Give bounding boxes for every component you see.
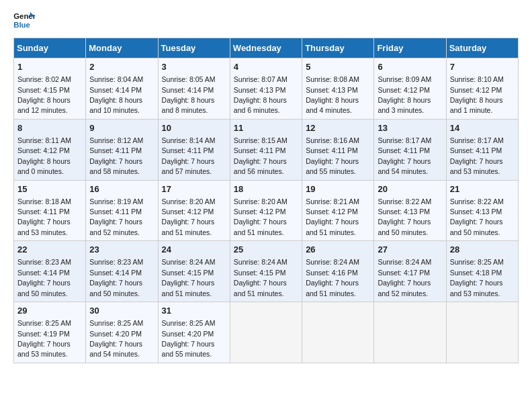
calendar-day-cell: 7 Sunrise: 8:10 AMSunset: 4:12 PMDayligh… — [446, 58, 518, 120]
day-of-week-header: Monday — [86, 38, 158, 58]
day-of-week-header: Friday — [374, 38, 446, 58]
day-number: 11 — [234, 122, 298, 134]
cell-info: Sunrise: 8:24 AMSunset: 4:17 PMDaylight:… — [378, 258, 431, 297]
calendar-week-row: 22 Sunrise: 8:23 AMSunset: 4:14 PMDaylig… — [14, 241, 519, 302]
day-number: 8 — [17, 122, 82, 134]
day-of-week-header: Saturday — [446, 38, 518, 58]
page-header: General Blue — [13, 11, 519, 30]
calendar-day-cell: 18 Sunrise: 8:20 AMSunset: 4:12 PMDaylig… — [230, 180, 302, 241]
calendar-day-cell: 9 Sunrise: 8:12 AMSunset: 4:11 PMDayligh… — [86, 119, 158, 180]
day-number: 14 — [450, 122, 515, 134]
day-of-week-header: Sunday — [14, 38, 86, 58]
calendar-day-cell: 19 Sunrise: 8:21 AMSunset: 4:12 PMDaylig… — [302, 180, 374, 241]
day-number: 5 — [306, 61, 370, 73]
day-of-week-header: Wednesday — [230, 38, 302, 58]
cell-info: Sunrise: 8:21 AMSunset: 4:12 PMDaylight:… — [306, 197, 359, 236]
day-number: 21 — [450, 183, 515, 195]
calendar-day-cell: 23 Sunrise: 8:23 AMSunset: 4:14 PMDaylig… — [86, 241, 158, 302]
calendar-week-row: 29 Sunrise: 8:25 AMSunset: 4:19 PMDaylig… — [14, 302, 519, 363]
calendar-day-cell: 1 Sunrise: 8:02 AMSunset: 4:15 PMDayligh… — [14, 58, 86, 120]
cell-info: Sunrise: 8:19 AMSunset: 4:11 PMDaylight:… — [89, 197, 143, 236]
cell-info: Sunrise: 8:02 AMSunset: 4:15 PMDaylight:… — [17, 75, 71, 114]
calendar-day-cell: 16 Sunrise: 8:19 AMSunset: 4:11 PMDaylig… — [86, 180, 158, 241]
calendar-day-cell: 28 Sunrise: 8:25 AMSunset: 4:18 PMDaylig… — [446, 241, 518, 302]
calendar-day-cell: 11 Sunrise: 8:15 AMSunset: 4:11 PMDaylig… — [230, 119, 302, 180]
calendar-day-cell: 24 Sunrise: 8:24 AMSunset: 4:15 PMDaylig… — [158, 241, 230, 302]
day-number: 28 — [450, 244, 515, 256]
cell-info: Sunrise: 8:24 AMSunset: 4:15 PMDaylight:… — [162, 258, 216, 297]
day-number: 2 — [89, 61, 154, 73]
day-number: 31 — [162, 305, 226, 317]
cell-info: Sunrise: 8:17 AMSunset: 4:11 PMDaylight:… — [450, 136, 504, 175]
calendar-day-cell: 12 Sunrise: 8:16 AMSunset: 4:11 PMDaylig… — [302, 119, 374, 180]
calendar-day-cell: 10 Sunrise: 8:14 AMSunset: 4:11 PMDaylig… — [158, 119, 230, 180]
cell-info: Sunrise: 8:18 AMSunset: 4:11 PMDaylight:… — [17, 197, 71, 236]
day-number: 3 — [162, 61, 226, 73]
svg-text:Blue: Blue — [13, 21, 30, 29]
calendar-day-cell: 3 Sunrise: 8:05 AMSunset: 4:14 PMDayligh… — [158, 58, 230, 120]
day-number: 20 — [378, 183, 442, 195]
day-number: 4 — [234, 61, 298, 73]
cell-info: Sunrise: 8:12 AMSunset: 4:11 PMDaylight:… — [89, 136, 143, 175]
calendar-week-row: 15 Sunrise: 8:18 AMSunset: 4:11 PMDaylig… — [14, 180, 519, 241]
calendar-day-cell: 13 Sunrise: 8:17 AMSunset: 4:11 PMDaylig… — [374, 119, 446, 180]
calendar-table: SundayMondayTuesdayWednesdayThursdayFrid… — [13, 38, 519, 363]
day-of-week-header: Thursday — [302, 38, 374, 58]
calendar-day-cell — [230, 302, 302, 363]
day-number: 19 — [306, 183, 370, 195]
calendar-day-cell: 8 Sunrise: 8:11 AMSunset: 4:12 PMDayligh… — [14, 119, 86, 180]
cell-info: Sunrise: 8:04 AMSunset: 4:14 PMDaylight:… — [89, 75, 143, 114]
day-number: 26 — [306, 244, 370, 256]
day-number: 18 — [234, 183, 298, 195]
cell-info: Sunrise: 8:23 AMSunset: 4:14 PMDaylight:… — [89, 258, 143, 297]
day-number: 27 — [378, 244, 442, 256]
day-number: 7 — [450, 61, 515, 73]
cell-info: Sunrise: 8:25 AMSunset: 4:18 PMDaylight:… — [450, 258, 504, 297]
cell-info: Sunrise: 8:25 AMSunset: 4:20 PMDaylight:… — [89, 319, 143, 358]
day-number: 1 — [17, 61, 82, 73]
cell-info: Sunrise: 8:07 AMSunset: 4:13 PMDaylight:… — [234, 75, 287, 114]
calendar-day-cell: 26 Sunrise: 8:24 AMSunset: 4:16 PMDaylig… — [302, 241, 374, 302]
cell-info: Sunrise: 8:20 AMSunset: 4:12 PMDaylight:… — [162, 197, 216, 236]
cell-info: Sunrise: 8:05 AMSunset: 4:14 PMDaylight:… — [162, 75, 216, 114]
cell-info: Sunrise: 8:14 AMSunset: 4:11 PMDaylight:… — [162, 136, 216, 175]
calendar-day-cell: 22 Sunrise: 8:23 AMSunset: 4:14 PMDaylig… — [14, 241, 86, 302]
cell-info: Sunrise: 8:25 AMSunset: 4:19 PMDaylight:… — [17, 319, 71, 358]
cell-info: Sunrise: 8:17 AMSunset: 4:11 PMDaylight:… — [378, 136, 431, 175]
calendar-day-cell: 25 Sunrise: 8:24 AMSunset: 4:15 PMDaylig… — [230, 241, 302, 302]
cell-info: Sunrise: 8:24 AMSunset: 4:16 PMDaylight:… — [306, 258, 359, 297]
day-number: 22 — [17, 244, 82, 256]
calendar-day-cell: 31 Sunrise: 8:25 AMSunset: 4:20 PMDaylig… — [158, 302, 230, 363]
calendar-week-row: 1 Sunrise: 8:02 AMSunset: 4:15 PMDayligh… — [14, 58, 519, 120]
calendar-day-cell: 29 Sunrise: 8:25 AMSunset: 4:19 PMDaylig… — [14, 302, 86, 363]
day-number: 10 — [162, 122, 226, 134]
calendar-day-cell — [302, 302, 374, 363]
calendar-day-cell: 4 Sunrise: 8:07 AMSunset: 4:13 PMDayligh… — [230, 58, 302, 120]
cell-info: Sunrise: 8:09 AMSunset: 4:12 PMDaylight:… — [378, 75, 431, 114]
cell-info: Sunrise: 8:24 AMSunset: 4:15 PMDaylight:… — [234, 258, 287, 297]
day-number: 25 — [234, 244, 298, 256]
cell-info: Sunrise: 8:10 AMSunset: 4:12 PMDaylight:… — [450, 75, 504, 114]
calendar-day-cell — [374, 302, 446, 363]
cell-info: Sunrise: 8:23 AMSunset: 4:14 PMDaylight:… — [17, 258, 71, 297]
day-number: 23 — [89, 244, 154, 256]
cell-info: Sunrise: 8:16 AMSunset: 4:11 PMDaylight:… — [306, 136, 359, 175]
calendar-day-cell: 2 Sunrise: 8:04 AMSunset: 4:14 PMDayligh… — [86, 58, 158, 120]
cell-info: Sunrise: 8:08 AMSunset: 4:13 PMDaylight:… — [306, 75, 359, 114]
cell-info: Sunrise: 8:22 AMSunset: 4:13 PMDaylight:… — [450, 197, 504, 236]
calendar-day-cell: 21 Sunrise: 8:22 AMSunset: 4:13 PMDaylig… — [446, 180, 518, 241]
calendar-day-cell — [446, 302, 518, 363]
day-number: 13 — [378, 122, 442, 134]
day-number: 9 — [89, 122, 154, 134]
day-number: 15 — [17, 183, 82, 195]
day-number: 6 — [378, 61, 442, 73]
calendar-day-cell: 30 Sunrise: 8:25 AMSunset: 4:20 PMDaylig… — [86, 302, 158, 363]
cell-info: Sunrise: 8:22 AMSunset: 4:13 PMDaylight:… — [378, 197, 431, 236]
cell-info: Sunrise: 8:15 AMSunset: 4:11 PMDaylight:… — [234, 136, 287, 175]
calendar-day-cell: 17 Sunrise: 8:20 AMSunset: 4:12 PMDaylig… — [158, 180, 230, 241]
day-of-week-header: Tuesday — [158, 38, 230, 58]
cell-info: Sunrise: 8:20 AMSunset: 4:12 PMDaylight:… — [234, 197, 287, 236]
calendar-day-cell: 5 Sunrise: 8:08 AMSunset: 4:13 PMDayligh… — [302, 58, 374, 120]
cell-info: Sunrise: 8:25 AMSunset: 4:20 PMDaylight:… — [162, 319, 216, 358]
day-number: 16 — [89, 183, 154, 195]
